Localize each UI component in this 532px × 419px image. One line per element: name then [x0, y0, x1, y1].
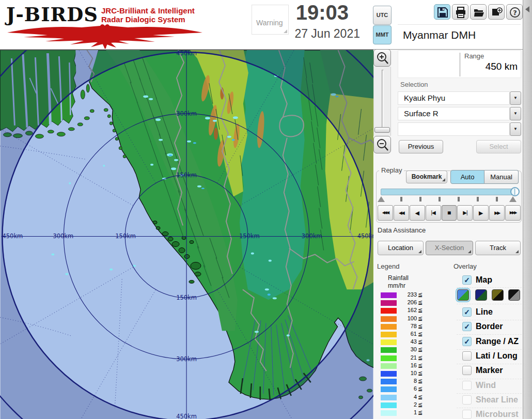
map-style-swatch-1[interactable] [457, 289, 469, 301]
map-style-swatch-3[interactable] [492, 289, 504, 301]
replay-slider-handle[interactable] [510, 187, 520, 196]
mmt-button[interactable]: MMT [373, 25, 392, 44]
legend-lte-symbol: ≦ [418, 370, 423, 377]
map-zoom-out-button[interactable] [373, 136, 391, 153]
overlay-label: Shear Line [476, 395, 518, 405]
panel-collapse-strip[interactable] [523, 0, 532, 419]
svg-text:300km: 300km [302, 232, 322, 240]
legend-color-swatch [381, 395, 397, 400]
legend-lte-symbol: ≦ [418, 354, 423, 361]
overlay-label: Microburst [476, 410, 519, 419]
replay-progress-slider[interactable] [381, 189, 516, 195]
product-dropdown[interactable]: Surface R [398, 107, 510, 120]
overlay-item-line[interactable]: ✓Line [461, 307, 523, 318]
legend-value: 100 [398, 315, 417, 321]
fast-rewind-button[interactable]: ◀◀ [394, 205, 409, 221]
utc-button[interactable]: UTC [373, 6, 392, 25]
checkbox[interactable]: ✓ [462, 307, 472, 317]
play-button[interactable]: ▶ [473, 205, 489, 221]
help-button[interactable]: ? [506, 4, 523, 20]
fast-forward-button[interactable]: ▶▶ [489, 205, 505, 221]
save-button[interactable] [434, 4, 450, 20]
checkbox[interactable]: ✓ [462, 337, 472, 346]
map-style-swatch-4[interactable] [508, 289, 520, 301]
product-dropdown-arrow[interactable]: ▼ [510, 107, 521, 120]
clock-date: 27 Jun 2021 [287, 27, 360, 41]
collapse-arrow-icon [525, 6, 529, 12]
overlay-item-microburst[interactable]: Microburst [461, 410, 523, 419]
auto-button[interactable]: Auto [450, 170, 484, 184]
play-reverse-button[interactable]: ◀ [410, 205, 425, 221]
bookmark-button[interactable]: Bookmark [406, 170, 447, 183]
site-dropdown[interactable]: Kyauk Phyu [398, 91, 510, 105]
legend-lte-symbol: ≦ [418, 331, 423, 337]
step-back-button[interactable]: |◀ [426, 205, 441, 221]
legend-row: 233≦ [381, 292, 443, 298]
legend-value: 61 [398, 331, 417, 337]
warning-panel[interactable]: Warning [252, 5, 289, 35]
zoom-out-icon [376, 138, 389, 152]
legend-title: Legend [377, 262, 399, 270]
checkbox[interactable] [462, 351, 472, 361]
selection-label: Selection [400, 81, 428, 88]
map-zoom-in-button[interactable] [373, 49, 391, 67]
legend-lte-symbol: ≦ [418, 323, 423, 330]
legend-lte-symbol: ≦ [418, 385, 423, 392]
option-dropdown[interactable] [398, 122, 510, 136]
overlay-item-wind[interactable]: Wind [461, 381, 523, 391]
checkbox[interactable] [462, 366, 472, 375]
stop-button[interactable]: ■ [442, 205, 457, 221]
zoom-in-icon [376, 52, 389, 65]
legend-color-swatch [381, 316, 397, 322]
checkbox[interactable]: ✓ [462, 322, 472, 331]
select-button[interactable]: Select [476, 140, 521, 153]
manual-button[interactable]: Manual [484, 170, 519, 184]
legend-color-swatch [381, 292, 397, 298]
overlay-item-shear-line[interactable]: Shear Line [461, 395, 523, 406]
legend-value: 30 [398, 346, 417, 352]
map-zoom-slider[interactable] [373, 67, 391, 136]
site-dropdown-arrow[interactable]: ▼ [510, 91, 521, 105]
legend-row: 21≦ [381, 355, 443, 361]
overlay-item-lati-long[interactable]: Lati / Long [461, 351, 523, 362]
svg-text:450km: 450km [357, 232, 373, 240]
previous-button[interactable]: Previous [399, 140, 443, 153]
legend-color-swatch [381, 363, 397, 369]
jump-end-button[interactable]: ▶▶▶ [505, 205, 521, 221]
legend-row: 78≦ [381, 324, 443, 330]
checkbox[interactable] [462, 410, 472, 419]
checkbox[interactable]: ✓ [462, 275, 472, 285]
open-folder-button[interactable] [470, 4, 487, 20]
image-export-button[interactable] [488, 4, 505, 20]
zoom-slider-handle[interactable] [374, 127, 390, 133]
overlay-item-range-az[interactable]: ✓Range / AZ [461, 337, 523, 347]
svg-text:450km: 450km [176, 413, 197, 419]
option-dropdown-arrow[interactable]: ▼ [510, 122, 521, 136]
data-assistance-label: Data Assistance [378, 226, 426, 234]
legend-value: 2 [398, 401, 417, 408]
legend-color-swatch [381, 332, 397, 337]
overlay-item-map[interactable]: ✓Map [461, 275, 523, 286]
jump-start-button[interactable]: ◀◀◀ [378, 205, 393, 221]
step-forward-button[interactable]: ▶| [457, 205, 473, 221]
legend-color-swatch [381, 308, 397, 314]
track-button[interactable]: Track [475, 241, 521, 255]
checkbox[interactable] [462, 395, 472, 405]
map-style-swatch-2[interactable] [475, 289, 487, 301]
radar-map[interactable]: 450km 300km 150km 150km 300km 450km 450k… [0, 50, 373, 419]
overlay-separator [457, 334, 522, 335]
slider-end-marker[interactable] [509, 196, 517, 202]
zoom-slider-groove [382, 70, 384, 133]
legend-color-swatch [381, 379, 397, 384]
overlay-separator [457, 320, 522, 320]
overlay-item-marker[interactable]: Marker [461, 366, 523, 376]
location-button[interactable]: Location [378, 241, 424, 255]
xsection-button[interactable]: X-Section [426, 241, 473, 255]
checkbox[interactable] [462, 381, 472, 390]
slider-start-marker[interactable] [378, 196, 385, 202]
overlay-item-border[interactable]: ✓Border [461, 322, 523, 332]
legend-color-swatch [381, 324, 397, 330]
header-divider [398, 24, 521, 25]
svg-text:300km: 300km [176, 110, 197, 117]
print-button[interactable] [452, 4, 468, 20]
